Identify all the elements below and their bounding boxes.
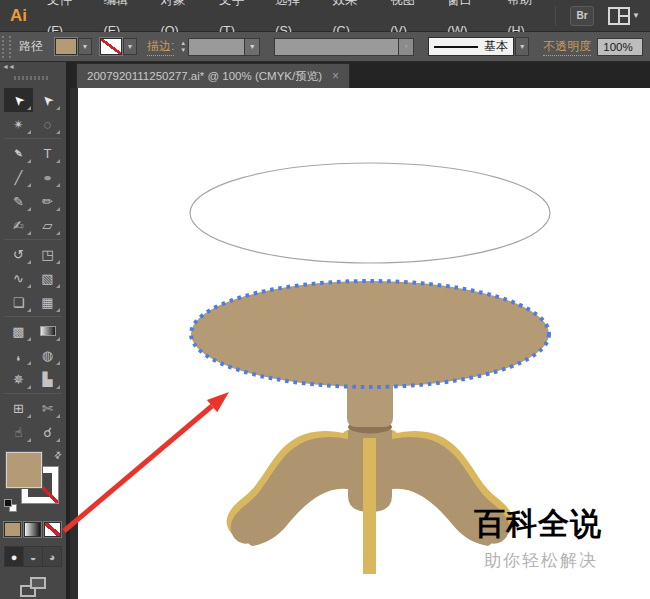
canvas[interactable]: 百科全说 助你轻松解决 [70,88,650,599]
brush-dropdown[interactable]: ▼ [515,37,529,56]
stroke-weight-stepper[interactable]: ▲▼ [180,40,186,53]
chevron-down-icon: ▼ [398,39,413,55]
free-transform-tool[interactable]: ▧ [33,266,62,290]
gradient-tool[interactable] [33,319,62,343]
document-title: 2007920111250277.ai* @ 100% (CMYK/预览) [87,69,322,84]
mesh-tool[interactable]: ▩ [4,319,33,343]
stroke-color-control[interactable]: ▼ [100,38,137,55]
change-screen-mode-button[interactable] [4,577,62,597]
rotate-tool[interactable]: ↺ [4,242,33,266]
type-icon: T [44,146,52,161]
paintbrush-tool[interactable]: ✎ [4,189,33,213]
drawing-modes-row: ●◒◕ [4,546,62,567]
ellipse-tool[interactable]: ● [33,165,62,189]
apply-gradient-button[interactable] [24,522,41,537]
table-leg-left[interactable] [227,431,352,546]
symbol-sprayer-icon: ✵ [13,372,24,387]
hand-tool[interactable]: ☝ [4,420,33,444]
opacity-value-field[interactable]: 100% [597,38,643,56]
fill-stroke-indicator: ⇄ [4,450,62,514]
zoom-tool[interactable]: ☌ [33,420,62,444]
column-graph-icon: ▙ [43,372,53,387]
lasso-tool[interactable]: ◌ [33,112,62,136]
swap-fill-stroke-icon[interactable]: ⇄ [52,449,64,461]
tabletop-ellipse-selected[interactable] [191,281,549,387]
zoom-icon: ☌ [43,425,52,440]
close-icon[interactable]: × [332,70,339,82]
eraser-icon: ▱ [43,218,53,233]
symbol-sprayer-tool[interactable]: ✵ [4,367,33,391]
watermark: 百科全说 助你轻松解决 [474,503,602,572]
slice-tool[interactable]: ✄ [33,396,62,420]
selection-icon: ➤ [9,91,27,109]
paintbrush-icon: ✎ [13,194,24,209]
tools-panel-grip[interactable] [14,76,50,80]
document-tab-bar: 2007920111250277.ai* @ 100% (CMYK/预览) × [70,62,650,88]
stroke-panel-link[interactable]: 描边: [147,38,174,56]
watermark-subtitle: 助你轻松解决 [474,549,602,572]
direct-selection-tool[interactable]: ➤ [33,88,62,112]
draw-inside-mode[interactable]: ◕ [43,547,61,566]
panel-grip[interactable] [2,36,11,58]
chevron-down-icon[interactable]: ▼ [244,39,259,55]
scale-tool[interactable]: ◳ [33,242,62,266]
collapse-panel-button[interactable]: ◄◄ [2,63,14,70]
ellipse-outline-shape[interactable] [190,163,550,263]
tools-panel: ◄◄ ➤➤✴◌✒T╱●✎✏✍▱↺◳∿▧❏▦▩❜◍✵▙⊞✄☝☌ ⇄ ●◒◕ [0,62,70,599]
pen-icon: ✒ [9,144,27,162]
artboard-icon: ⊞ [13,401,24,416]
perspective-grid-tool[interactable]: ▦ [33,290,62,314]
ellipse-icon: ● [43,171,52,183]
tool-separator [4,239,62,240]
document-tab[interactable]: 2007920111250277.ai* @ 100% (CMYK/预览) × [76,63,350,88]
slice-icon: ✄ [42,401,53,416]
blob-brush-icon: ✍ [13,218,24,233]
chevron-down-icon: ▼ [632,11,640,20]
column-graph-tool[interactable]: ▙ [33,367,62,391]
draw-normal-mode[interactable]: ● [5,547,24,566]
stroke-weight-combo[interactable]: ▼ [188,38,260,56]
variable-width-profile-combo[interactable]: ▼ [274,38,414,56]
apply-color-button[interactable] [4,522,21,537]
fill-color-dropdown[interactable]: ▼ [78,38,92,55]
lasso-icon: ◌ [44,117,52,132]
table-leg-front[interactable] [363,438,376,574]
eraser-tool[interactable]: ▱ [33,213,62,237]
magic-wand-icon: ✴ [13,117,24,132]
scale-icon: ◳ [41,247,53,262]
blob-brush-tool[interactable]: ✍ [4,213,33,237]
selection-tool[interactable]: ➤ [4,88,33,112]
blend-tool[interactable]: ◍ [33,343,62,367]
stroke-color-dropdown[interactable]: ▼ [123,38,137,55]
pen-tool[interactable]: ✒ [4,141,33,165]
bridge-button[interactable]: Br [570,6,594,26]
draw-behind-mode[interactable]: ◒ [24,547,43,566]
menu-bar: Ai 文件(F)编辑(E)对象(O)文字(T)选择(S)效果(C)视图(V)窗口… [0,0,650,32]
line-segment-tool[interactable]: ╱ [4,165,33,189]
workspace-icon [608,7,630,25]
blend-icon: ◍ [42,348,53,363]
pencil-tool[interactable]: ✏ [33,189,62,213]
fill-color-control[interactable]: ▼ [55,38,92,55]
artboard-tool[interactable]: ⊞ [4,396,33,420]
fill-indicator[interactable] [6,452,42,488]
type-tool[interactable]: T [33,141,62,165]
brush-definition-box[interactable]: 基本 [428,37,514,56]
control-bar: 路径 ▼ ▼ 描边: ▲▼ ▼ ▼ 基本 ▼ 不透明度 100% [0,32,650,62]
width-tool[interactable]: ∿ [4,266,33,290]
workspace-switcher[interactable]: ▼ [608,7,640,25]
app-logo: Ai [0,6,37,26]
apply-none-button[interactable] [44,522,61,537]
stroke-color-swatch[interactable] [100,38,122,55]
width-icon: ∿ [13,271,24,286]
shape-builder-icon: ❏ [13,295,25,310]
eyedropper-tool[interactable]: ❜ [4,343,33,367]
tool-separator [4,138,62,139]
shape-builder-tool[interactable]: ❏ [4,290,33,314]
fill-color-swatch[interactable] [55,38,77,55]
brush-stroke-preview [434,46,478,48]
line-segment-icon: ╱ [15,170,23,185]
default-fill-stroke-icon[interactable] [4,499,17,512]
opacity-panel-link[interactable]: 不透明度 [543,38,591,56]
magic-wand-tool[interactable]: ✴ [4,112,33,136]
